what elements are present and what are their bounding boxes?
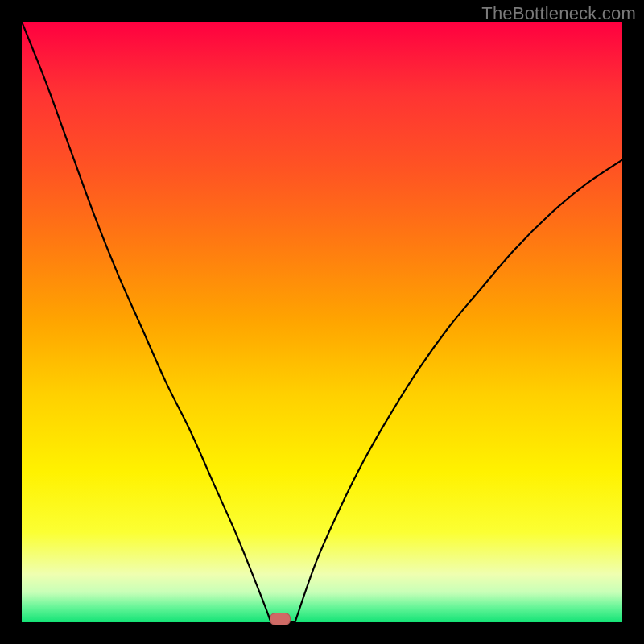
bottleneck-marker xyxy=(270,613,291,625)
watermark-text: TheBottleneck.com xyxy=(481,3,636,24)
bottleneck-curve xyxy=(22,22,622,622)
chart-frame: TheBottleneck.com xyxy=(0,0,644,644)
